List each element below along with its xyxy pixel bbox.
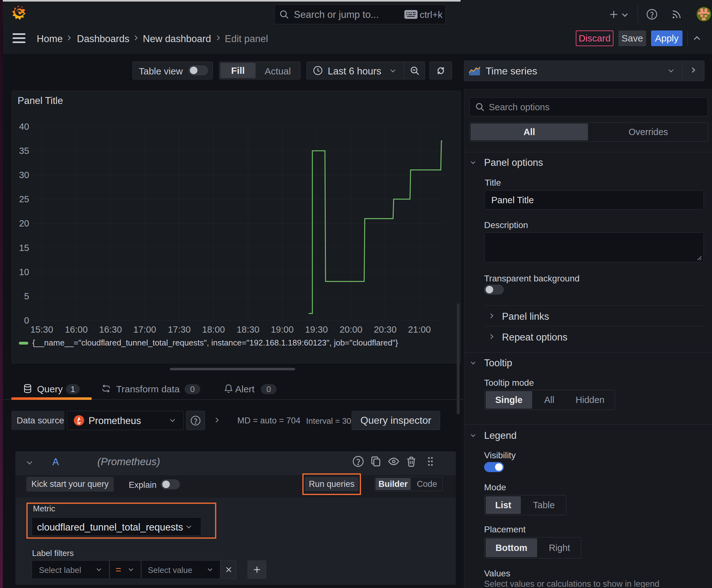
svg-text:15:30: 15:30 bbox=[30, 324, 53, 335]
svg-text:20:00: 20:00 bbox=[340, 324, 363, 335]
svg-text:18:00: 18:00 bbox=[202, 324, 225, 335]
svg-text:10: 10 bbox=[19, 267, 29, 277]
svg-text:16:00: 16:00 bbox=[65, 324, 88, 335]
svg-text:16:30: 16:30 bbox=[99, 324, 122, 335]
svg-text:{__name__="cloudflared_tunnel_: {__name__="cloudflared_tunnel_total_requ… bbox=[33, 338, 398, 348]
svg-text:30: 30 bbox=[19, 170, 29, 180]
svg-text:19:00: 19:00 bbox=[271, 324, 294, 335]
svg-text:20:30: 20:30 bbox=[374, 324, 397, 335]
svg-text:18:30: 18:30 bbox=[237, 324, 260, 335]
svg-text:40: 40 bbox=[19, 122, 29, 132]
svg-text:35: 35 bbox=[19, 146, 29, 156]
svg-text:17:00: 17:00 bbox=[133, 324, 156, 335]
svg-text:19:30: 19:30 bbox=[305, 324, 328, 335]
svg-text:21:00: 21:00 bbox=[408, 324, 431, 335]
svg-text:15: 15 bbox=[19, 243, 29, 253]
svg-text:20: 20 bbox=[19, 218, 29, 228]
svg-text:5: 5 bbox=[24, 291, 29, 301]
svg-text:25: 25 bbox=[19, 194, 29, 204]
svg-text:17:30: 17:30 bbox=[168, 324, 191, 335]
svg-text:0: 0 bbox=[24, 315, 29, 326]
